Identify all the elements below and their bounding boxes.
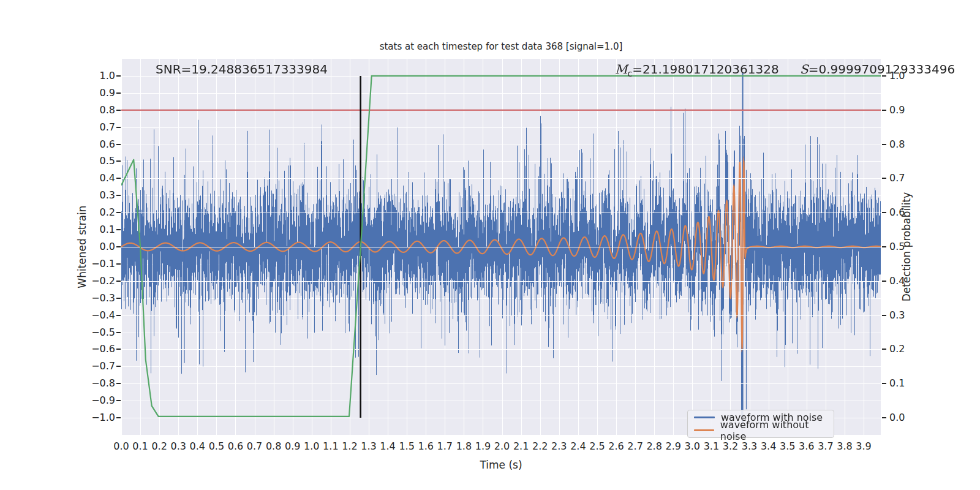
tick-mark	[116, 92, 121, 94]
tick-mark	[882, 349, 886, 350]
y-left-tick-label: 0.2	[83, 206, 115, 219]
y-left-tick-label: 0.5	[83, 155, 115, 167]
y-left-tick-label: 0.1	[83, 224, 115, 236]
x-tick-label: 3.9	[850, 440, 877, 453]
tick-mark	[882, 383, 886, 384]
y-left-tick-label: −0.5	[83, 326, 115, 339]
annotation-snr: SNR=19.248836517333984	[156, 62, 328, 77]
y-left-tick-label: 0.8	[83, 104, 115, 116]
y-left-tick-label: 0.6	[83, 138, 115, 151]
y-right-tick-label: 0.5	[889, 241, 905, 253]
tick-mark	[882, 315, 886, 316]
y-left-tick-label: 1.0	[83, 70, 115, 82]
annotation-significance: S=0.9999709129333496	[800, 62, 955, 77]
tick-mark	[116, 75, 121, 77]
tick-mark	[116, 417, 121, 418]
tick-mark	[882, 212, 886, 213]
tick-mark	[882, 246, 886, 247]
annotation-chirp-mass: Mc=21.198017120361328	[615, 62, 779, 78]
y-left-tick-label: 0.7	[83, 121, 115, 134]
snr-text: SNR=19.248836517333984	[156, 62, 328, 77]
y-right-tick-label: 0.7	[889, 172, 905, 184]
y-right-tick-label: 0.1	[889, 377, 905, 390]
legend-item-waveform-without-noise: waveform without noise	[688, 424, 834, 436]
tick-mark	[116, 178, 121, 179]
y-left-tick-label: −0.8	[83, 377, 115, 390]
tick-mark	[116, 195, 121, 196]
chart-title: stats at each timestep for test data 368…	[121, 41, 881, 52]
y-left-tick-label: −1.0	[83, 412, 115, 424]
tick-mark	[116, 298, 121, 299]
tick-mark	[116, 383, 121, 384]
tick-mark	[116, 332, 121, 333]
legend-line-sample-orange-icon	[694, 429, 714, 431]
y-left-tick-label: 0.0	[83, 241, 115, 253]
y-right-tick-label: 0.0	[889, 412, 905, 424]
y-left-tick-label: −0.9	[83, 394, 115, 407]
figure-root: stats at each timestep for test data 368…	[0, 0, 980, 490]
y-right-tick-label: 0.3	[889, 309, 905, 322]
tick-mark	[882, 144, 886, 145]
y-left-tick-label: 0.9	[83, 87, 115, 99]
y-left-tick-label: 0.4	[83, 172, 115, 184]
tick-mark	[882, 281, 886, 282]
tick-mark	[116, 110, 121, 111]
y-left-tick-label: −0.1	[83, 258, 115, 270]
tick-mark	[116, 281, 121, 282]
significance-value: =0.9999709129333496	[809, 62, 955, 77]
tick-mark	[116, 246, 121, 247]
tick-mark	[882, 178, 886, 179]
tick-mark	[116, 263, 121, 265]
tick-mark	[116, 366, 121, 367]
y-left-tick-label: −0.3	[83, 292, 115, 304]
y-left-tick-label: −0.2	[83, 275, 115, 287]
tick-mark	[116, 160, 121, 162]
y-left-tick-label: 0.3	[83, 189, 115, 202]
y-left-tick-label: −0.4	[83, 309, 115, 322]
x-axis-label: Time (s)	[121, 459, 881, 471]
tick-mark	[116, 400, 121, 401]
chirp-mass-value: =21.198017120361328	[632, 62, 778, 77]
y-right-tick-label: 0.8	[889, 138, 905, 151]
significance-symbol: S	[800, 62, 809, 77]
y-right-tick-label: 0.6	[889, 206, 905, 219]
tick-mark	[882, 417, 886, 418]
plot-canvas	[121, 59, 881, 435]
y-right-tick-label: 0.9	[889, 104, 905, 116]
tick-mark	[882, 110, 886, 111]
chirp-mass-symbol: M	[615, 62, 627, 77]
tick-mark	[116, 127, 121, 128]
legend-line-sample-blue-icon	[694, 417, 715, 418]
y-left-tick-label: −0.6	[83, 343, 115, 355]
tick-mark	[116, 229, 121, 230]
legend-label: waveform without noise	[720, 419, 834, 442]
tick-mark	[116, 315, 121, 316]
legend: waveform with noise waveform without noi…	[687, 410, 834, 438]
tick-mark	[116, 212, 121, 213]
y-right-tick-label: 0.4	[889, 275, 905, 287]
tick-mark	[116, 349, 121, 350]
tick-mark	[116, 144, 121, 145]
y-left-tick-label: −0.7	[83, 360, 115, 372]
y-right-tick-label: 0.2	[889, 343, 905, 355]
